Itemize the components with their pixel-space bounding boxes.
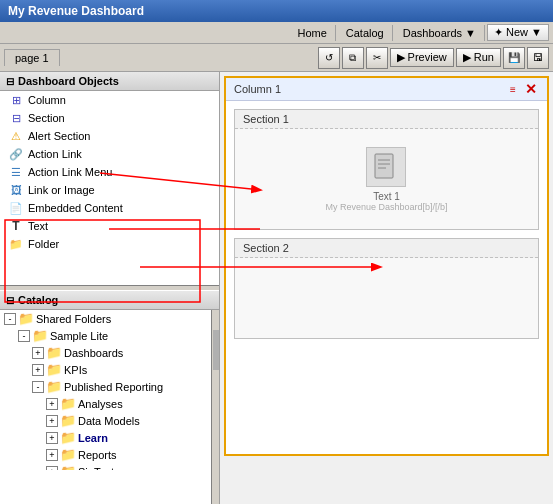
text-widget[interactable]: Text 1 My Revenue Dashboard[b]/[/b] xyxy=(325,147,447,212)
menu-dashboards[interactable]: Dashboards ▼ xyxy=(395,25,485,41)
tree-sintest[interactable]: + 📁 SinTest xyxy=(0,463,211,470)
published-reporting-icon: 📁 xyxy=(46,379,62,394)
title-bar: My Revenue Dashboard xyxy=(0,0,553,22)
analyses-icon: 📁 xyxy=(60,396,76,411)
catalog-tree: - 📁 Shared Folders - 📁 Sample Lite + 📁 D… xyxy=(0,310,211,470)
dashboard-item-section[interactable]: ⊟ Section xyxy=(0,109,219,127)
catalog-header: ⊟ Catalog xyxy=(0,291,219,310)
folder-icon: 📁 xyxy=(8,236,24,252)
column-label: Column 1 xyxy=(234,83,281,95)
dashboard-item-action-link-menu[interactable]: ☰ Action Link Menu xyxy=(0,163,219,181)
left-panel: ⊟ Dashboard Objects ⊞ Column ⊟ Section ⚠… xyxy=(0,72,220,504)
document-icon-svg xyxy=(371,152,401,182)
new-button[interactable]: ✦ New ▼ xyxy=(487,24,549,41)
toggle-published-reporting[interactable]: - xyxy=(32,381,44,393)
dashboard-item-action-link[interactable]: 🔗 Action Link xyxy=(0,145,219,163)
menu-home[interactable]: Home xyxy=(289,25,335,41)
toggle-shared-folders[interactable]: - xyxy=(4,313,16,325)
scroll-thumb xyxy=(213,330,219,370)
data-models-icon: 📁 xyxy=(60,413,76,428)
column-actions: ≡ ✕ xyxy=(505,81,539,97)
toggle-dashboards[interactable]: + xyxy=(32,347,44,359)
section-1-header: Section 1 xyxy=(235,110,538,129)
shared-folders-icon: 📁 xyxy=(18,311,34,326)
action-link-icon: 🔗 xyxy=(8,146,24,162)
save-button[interactable]: 💾 xyxy=(503,47,525,69)
main-content: ⊟ Dashboard Objects ⊞ Column ⊟ Section ⚠… xyxy=(0,72,553,504)
text-widget-icon xyxy=(366,147,406,187)
menu-bar: Home Catalog Dashboards ▼ ✦ New ▼ xyxy=(0,22,553,44)
column-close-button[interactable]: ✕ xyxy=(523,81,539,97)
right-panel: Column 1 ≡ ✕ Section 1 xyxy=(220,72,553,504)
svg-rect-0 xyxy=(375,154,393,178)
column-header: Column 1 ≡ ✕ xyxy=(226,78,547,101)
tree-shared-folders[interactable]: - 📁 Shared Folders xyxy=(0,310,211,327)
dashboard-item-folder[interactable]: 📁 Folder xyxy=(0,235,219,253)
panel-collapse-icon[interactable]: ⊟ xyxy=(6,76,14,87)
page-tab[interactable]: page 1 xyxy=(4,49,60,66)
toggle-reports[interactable]: + xyxy=(46,449,58,461)
toggle-analyses[interactable]: + xyxy=(46,398,58,410)
run-button[interactable]: ▶ Run xyxy=(456,48,501,67)
toggle-learn[interactable]: + xyxy=(46,432,58,444)
toggle-sintest[interactable]: + xyxy=(46,466,58,471)
tree-dashboards[interactable]: + 📁 Dashboards xyxy=(0,344,211,361)
cut-button[interactable]: ✂ xyxy=(366,47,388,69)
column-settings-button[interactable]: ≡ xyxy=(505,81,521,97)
dashboard-item-link-image[interactable]: 🖼 Link or Image xyxy=(0,181,219,199)
alert-icon: ⚠ xyxy=(8,128,24,144)
sample-lite-icon: 📁 xyxy=(32,328,48,343)
action-link-menu-icon: ☰ xyxy=(8,164,24,180)
dashboard-item-alert[interactable]: ⚠ Alert Section xyxy=(0,127,219,145)
toolbar: page 1 ↺ ⧉ ✂ ▶ Preview ▶ Run 💾 🖫 xyxy=(0,44,553,72)
catalog-scrollbar[interactable] xyxy=(211,310,219,504)
link-image-icon: 🖼 xyxy=(8,182,24,198)
dashboard-item-column[interactable]: ⊞ Column xyxy=(0,91,219,109)
menu-items: Home Catalog Dashboards ▼ ✦ New ▼ xyxy=(289,24,549,41)
section-2-header: Section 2 xyxy=(235,239,538,258)
dashboard-objects-header: ⊟ Dashboard Objects xyxy=(0,72,219,91)
section-icon: ⊟ xyxy=(8,110,24,126)
dashboards-icon: 📁 xyxy=(46,345,62,360)
reports-icon: 📁 xyxy=(60,447,76,462)
embedded-icon: 📄 xyxy=(8,200,24,216)
column-icon: ⊞ xyxy=(8,92,24,108)
tree-reports[interactable]: + 📁 Reports xyxy=(0,446,211,463)
tree-learn[interactable]: + 📁 Learn xyxy=(0,429,211,446)
learn-icon: 📁 xyxy=(60,430,76,445)
section-2: Section 2 xyxy=(234,238,539,339)
catalog-area: - 📁 Shared Folders - 📁 Sample Lite + 📁 D… xyxy=(0,310,219,504)
tree-data-models[interactable]: + 📁 Data Models xyxy=(0,412,211,429)
section-1: Section 1 xyxy=(234,109,539,230)
dashboard-canvas: Column 1 ≡ ✕ Section 1 xyxy=(224,76,549,456)
canvas-wrapper: Column 1 ≡ ✕ Section 1 xyxy=(224,76,549,456)
section-2-content xyxy=(235,258,538,338)
toggle-kpis[interactable]: + xyxy=(32,364,44,376)
section-1-content: Text 1 My Revenue Dashboard[b]/[/b] xyxy=(235,129,538,229)
copy-button[interactable]: ⧉ xyxy=(342,47,364,69)
preview-button[interactable]: ▶ Preview xyxy=(390,48,454,67)
save-as-button[interactable]: 🖫 xyxy=(527,47,549,69)
dashboard-objects-list: ⊞ Column ⊟ Section ⚠ Alert Section 🔗 Act… xyxy=(0,91,219,285)
refresh-button[interactable]: ↺ xyxy=(318,47,340,69)
sintest-icon: 📁 xyxy=(60,464,76,470)
catalog-collapse-icon[interactable]: ⊟ xyxy=(6,295,14,306)
toggle-sample-lite[interactable]: - xyxy=(18,330,30,342)
app-title: My Revenue Dashboard xyxy=(8,4,144,18)
tree-kpis[interactable]: + 📁 KPIs xyxy=(0,361,211,378)
tree-sample-lite[interactable]: - 📁 Sample Lite xyxy=(0,327,211,344)
menu-catalog[interactable]: Catalog xyxy=(338,25,393,41)
tree-analyses[interactable]: + 📁 Analyses xyxy=(0,395,211,412)
dashboard-item-text[interactable]: T Text xyxy=(0,217,219,235)
tree-published-reporting[interactable]: - 📁 Published Reporting xyxy=(0,378,211,395)
text-widget-label: Text 1 My Revenue Dashboard[b]/[/b] xyxy=(325,191,447,212)
kpis-icon: 📁 xyxy=(46,362,62,377)
toggle-data-models[interactable]: + xyxy=(46,415,58,427)
text-icon: T xyxy=(8,218,24,234)
dashboard-item-embedded[interactable]: 📄 Embedded Content xyxy=(0,199,219,217)
